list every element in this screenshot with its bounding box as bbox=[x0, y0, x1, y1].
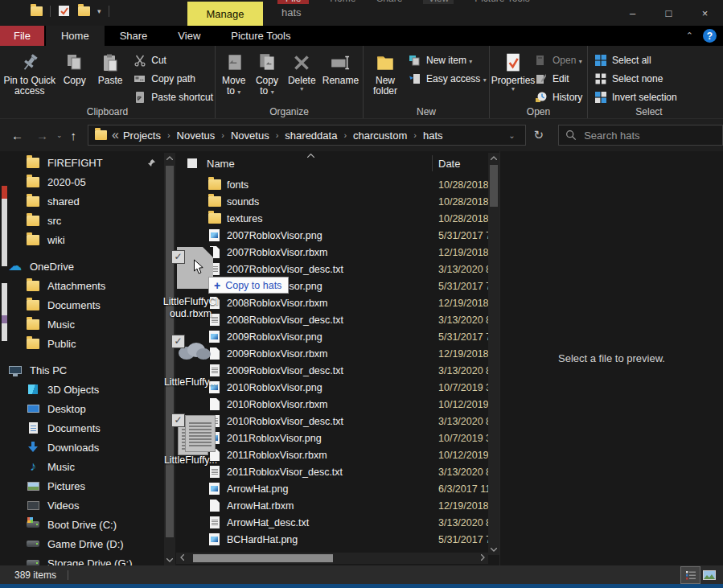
address-bar[interactable]: « Projects › Novetus › Novetus › sharedd… bbox=[88, 125, 526, 146]
select-all-button[interactable]: Select all bbox=[594, 51, 677, 68]
tab-home[interactable]: Home bbox=[46, 26, 105, 46]
breadcrumb-separator-icon[interactable]: › bbox=[337, 130, 353, 140]
breadcrumb-label[interactable]: Novetus bbox=[177, 130, 216, 142]
back-button[interactable]: ← bbox=[5, 129, 30, 142]
sidebar-item[interactable]: Music bbox=[0, 315, 164, 334]
scrollbar-thumb[interactable] bbox=[193, 554, 333, 562]
sidebar-item[interactable]: 2020-05 bbox=[0, 172, 164, 191]
paste-button[interactable]: Paste bbox=[92, 47, 129, 86]
file-row[interactable]: 2011RobloxVisor.rbxm 10/12/2019 bbox=[176, 446, 488, 463]
copy-button[interactable]: Copy bbox=[57, 47, 91, 86]
scroll-up-icon[interactable] bbox=[488, 153, 499, 163]
file-row[interactable]: BCHardHat.png 5/31/2017 7 bbox=[176, 531, 488, 548]
cut-button[interactable]: Cut bbox=[134, 51, 213, 68]
file-row[interactable]: 2008RobloxVisor.png 5/31/2017 7 bbox=[176, 278, 488, 294]
move-to-button[interactable]: Move to ▾ bbox=[217, 47, 250, 97]
file-row[interactable]: 2008RobloxVisor_desc.txt 3/13/2020 8 bbox=[176, 311, 488, 328]
address-dropdown-chevron-icon[interactable]: ⌄ bbox=[502, 131, 521, 140]
scroll-left-icon[interactable] bbox=[176, 553, 187, 564]
file-row[interactable]: textures 10/28/2018 bbox=[176, 210, 488, 227]
file-list-scrollbar[interactable] bbox=[488, 153, 499, 555]
scroll-right-icon[interactable] bbox=[477, 553, 488, 564]
scroll-down-icon[interactable] bbox=[164, 555, 175, 565]
file-row[interactable]: 2010RobloxVisor.rbxm 10/12/2019 bbox=[176, 396, 488, 413]
tab-view[interactable]: View bbox=[162, 26, 216, 46]
breadcrumb-label[interactable]: shareddata bbox=[285, 130, 337, 142]
sidebar-scrollbar[interactable] bbox=[164, 153, 175, 565]
breadcrumb-label[interactable]: Novetus bbox=[231, 130, 269, 142]
new-item-button[interactable]: New item ▾ bbox=[409, 51, 487, 68]
sidebar-item[interactable]: wiki bbox=[0, 230, 164, 249]
sidebar-item[interactable]: This PC bbox=[0, 360, 164, 380]
tab-share[interactable]: Share bbox=[105, 26, 163, 46]
select-all-checkbox[interactable] bbox=[187, 158, 197, 168]
breadcrumb-overflow-icon[interactable]: « bbox=[112, 128, 119, 142]
column-header-date[interactable]: Date bbox=[438, 158, 460, 170]
breadcrumb-label[interactable]: charcustom bbox=[353, 130, 407, 142]
sidebar-item[interactable]: Music bbox=[0, 457, 164, 476]
sidebar-item[interactable]: shared bbox=[0, 191, 164, 211]
file-row[interactable]: 2011RobloxVisor_desc.txt 3/13/2020 8 bbox=[176, 463, 488, 480]
sidebar-item[interactable]: Storage Drive (G:) bbox=[0, 553, 164, 565]
thumbnail-view-button[interactable] bbox=[700, 567, 718, 583]
file-row[interactable]: ArrowHat.png 6/3/2017 11 bbox=[176, 480, 488, 497]
breadcrumb-separator-icon[interactable]: › bbox=[161, 130, 177, 140]
delete-button[interactable]: Delete ▾ bbox=[284, 47, 320, 93]
sidebar-item[interactable]: 3D Objects bbox=[0, 380, 164, 399]
minimize-button[interactable]: – bbox=[614, 0, 651, 26]
scroll-down-icon[interactable] bbox=[488, 545, 499, 555]
file-row[interactable]: fonts 10/28/2018 bbox=[176, 176, 488, 193]
sidebar-item[interactable]: Boot Drive (C:) bbox=[0, 515, 164, 534]
qat-checkmark-icon[interactable] bbox=[58, 5, 71, 18]
sidebar-item[interactable]: Pictures bbox=[0, 476, 164, 495]
up-button[interactable]: ↑ bbox=[64, 129, 84, 142]
breadcrumb-label[interactable]: hats bbox=[423, 130, 443, 142]
paste-shortcut-button[interactable]: Paste shortcut bbox=[134, 88, 213, 105]
sidebar-item[interactable]: Attachments bbox=[0, 276, 164, 295]
tab-picture-tools[interactable]: Picture Tools bbox=[216, 26, 306, 46]
invert-selection-button[interactable]: Invert selection bbox=[594, 88, 677, 105]
tab-file[interactable]: File bbox=[0, 26, 44, 46]
details-view-button[interactable] bbox=[681, 567, 700, 583]
sidebar-item[interactable]: Videos bbox=[0, 495, 164, 515]
breadcrumb-label[interactable]: Projects bbox=[123, 130, 161, 142]
qat-folder-icon[interactable] bbox=[31, 6, 43, 16]
edit-button[interactable]: Edit bbox=[535, 70, 582, 87]
history-button[interactable]: History bbox=[535, 88, 582, 105]
rename-button[interactable]: Rename bbox=[320, 47, 361, 86]
file-row[interactable]: 2010RobloxVisor.png 10/7/2019 3 bbox=[176, 379, 488, 396]
qat-customize-caret-icon[interactable]: ▾ bbox=[97, 7, 101, 15]
manage-contextual-tab[interactable]: Manage bbox=[187, 2, 263, 26]
file-row[interactable]: 2009RobloxVisor_desc.txt 3/13/2020 8 bbox=[176, 362, 488, 379]
select-none-button[interactable]: Select none bbox=[594, 70, 677, 87]
close-button[interactable]: × bbox=[687, 0, 723, 26]
sidebar-item[interactable]: Downloads bbox=[0, 438, 164, 457]
sidebar-item[interactable]: Game Drive (D:) bbox=[0, 534, 164, 553]
open-button[interactable]: Open ▾ bbox=[535, 51, 582, 68]
sidebar-item[interactable]: Public bbox=[0, 334, 164, 353]
breadcrumb-separator-icon[interactable]: › bbox=[215, 130, 231, 140]
file-row[interactable]: 2007RobloxVisor_desc.txt 3/13/2020 8 bbox=[176, 261, 488, 278]
refresh-icon[interactable]: ↻ bbox=[526, 128, 553, 142]
collapse-ribbon-icon[interactable]: ⌃ bbox=[686, 31, 693, 41]
properties-button[interactable]: Properties ▾ bbox=[491, 47, 535, 93]
easy-access-button[interactable]: Easy access ▾ bbox=[409, 70, 487, 87]
copy-path-button[interactable]: Copy path bbox=[134, 70, 213, 87]
column-divider[interactable] bbox=[432, 155, 433, 171]
sidebar-item[interactable]: FIREFIGHT bbox=[0, 153, 164, 172]
file-row[interactable]: 2007RobloxVisor.png 5/31/2017 7 bbox=[176, 227, 488, 244]
scroll-up-icon[interactable] bbox=[164, 153, 175, 163]
forward-button[interactable]: → bbox=[30, 129, 55, 142]
sidebar-item[interactable]: Desktop bbox=[0, 399, 164, 418]
scrollbar-thumb[interactable] bbox=[490, 165, 498, 207]
recent-locations-chevron-icon[interactable]: ⌄ bbox=[55, 131, 64, 139]
sidebar-item[interactable]: src bbox=[0, 211, 164, 230]
scrollbar-thumb[interactable] bbox=[166, 166, 174, 537]
sidebar-item[interactable]: Documents bbox=[0, 295, 164, 315]
new-folder-button[interactable]: New folder bbox=[365, 47, 405, 97]
file-row[interactable]: 2007RobloxVisor.rbxm 12/19/2018 bbox=[176, 244, 488, 261]
search-input[interactable] bbox=[584, 130, 705, 142]
qat-folder2-icon[interactable] bbox=[78, 6, 90, 16]
file-row[interactable]: ArrowHat.rbxm 12/19/2018 bbox=[176, 497, 488, 514]
breadcrumb-separator-icon[interactable]: › bbox=[407, 130, 423, 140]
